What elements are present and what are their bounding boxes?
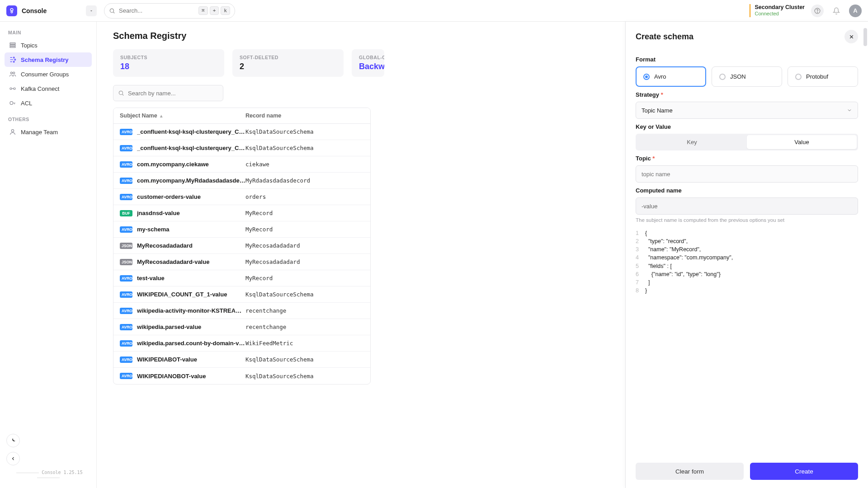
create-button[interactable]: Create xyxy=(750,463,858,480)
record-name: MyRecord xyxy=(245,210,364,216)
format-badge: AVRO xyxy=(120,308,132,314)
topic-label: Topic * xyxy=(636,155,858,162)
radio-dot-icon xyxy=(795,74,802,80)
table-row[interactable]: AVRO_confluent-ksql-ksql-clusterquery_CT… xyxy=(113,124,370,140)
format-badge: AVRO xyxy=(120,324,132,330)
subject-name: wikipedia.parsed.count-by-domain-value xyxy=(137,340,245,347)
notifications-button[interactable] xyxy=(830,5,843,17)
format-badge: AVRO xyxy=(120,291,132,298)
table-row[interactable]: AVROwikipedia.parsed-valuerecentchange xyxy=(113,319,370,335)
record-name: KsqlDataSourceSchema xyxy=(245,356,364,363)
table-row[interactable]: AVROwikipedia-activity-monitor-KSTREAM-A… xyxy=(113,303,370,319)
format-badge: AVRO xyxy=(120,226,132,233)
subject-name: test-value xyxy=(137,275,165,282)
record-name: KsqlDataSourceSchema xyxy=(245,145,364,151)
stat-compatibility: GLOBAL-COMPATIBILITY Backward xyxy=(352,49,384,77)
table-row[interactable]: BUFjnasdnsd-valueMyRecord xyxy=(113,205,370,221)
svg-point-8 xyxy=(13,61,14,62)
subject-name: wikipedia.parsed-value xyxy=(137,324,201,330)
sidebar-item-label: Topics xyxy=(21,42,38,49)
sort-asc-icon: ▲ xyxy=(159,113,164,118)
global-search-input[interactable] xyxy=(119,7,195,14)
record-name: KsqlDataSourceSchema xyxy=(245,373,364,380)
format-badge: AVRO xyxy=(120,340,132,347)
cluster-indicator[interactable]: Secondary Cluster Connected xyxy=(750,4,805,17)
bell-icon xyxy=(833,7,840,14)
sidebar-item-schema-registry[interactable]: Schema Registry xyxy=(5,52,92,67)
clear-form-button[interactable]: Clear form xyxy=(636,463,744,480)
cluster-status: Connected xyxy=(755,11,805,17)
svg-rect-5 xyxy=(10,47,15,48)
search-icon xyxy=(109,8,115,14)
format-option-json[interactable]: JSON xyxy=(712,66,782,87)
table-row[interactable]: AVROwikipedia.parsed.count-by-domain-val… xyxy=(113,335,370,352)
acl-icon xyxy=(9,99,16,107)
topics-icon xyxy=(9,42,16,49)
table-row[interactable]: JSONMyRecosadadadard-valueMyRecosadadada… xyxy=(113,254,370,270)
table-row[interactable]: AVROcom.mycompany.MyRdadasdadasdecordMyR… xyxy=(113,173,370,189)
seg-value[interactable]: Value xyxy=(747,135,857,149)
table-row[interactable]: AVROcom.mycompany.ciekaweciekawe xyxy=(113,156,370,173)
cluster-dropdown-toggle[interactable] xyxy=(86,5,97,16)
record-name: WikiFeedMetric xyxy=(245,340,364,347)
format-badge: AVRO xyxy=(120,373,132,379)
col-record-name[interactable]: Record name xyxy=(245,113,364,119)
topic-input[interactable] xyxy=(636,165,858,183)
stat-subjects: SUBJECTS 18 xyxy=(113,49,224,77)
sidebar-item-kafka-connect[interactable]: Kafka Connect xyxy=(5,81,92,96)
seg-key[interactable]: Key xyxy=(637,135,747,149)
sidebar-item-label: Kafka Connect xyxy=(21,85,59,92)
table-row[interactable]: AVROcustomer-orders-valueorders xyxy=(113,189,370,205)
logo-block[interactable]: Console xyxy=(6,5,47,16)
keyvalue-segmented: Key Value xyxy=(636,134,858,150)
create-schema-panel: Create schema Format Avro JSON Protobuf … xyxy=(625,22,868,488)
moon-icon xyxy=(10,437,16,444)
table-search[interactable] xyxy=(113,85,223,101)
subject-name: _confluent-ksql-ksql-clusterquery_CTAS_.… xyxy=(137,128,245,135)
subject-name: _confluent-ksql-ksql-clusterquery_CTAS_.… xyxy=(137,145,245,151)
app-name: Console xyxy=(22,7,47,14)
radio-dot-icon xyxy=(719,74,726,80)
sidebar-item-label: Schema Registry xyxy=(21,56,69,63)
svg-point-13 xyxy=(10,102,13,105)
global-search[interactable]: ⌘ + k xyxy=(104,3,235,19)
user-avatar[interactable]: A xyxy=(849,5,862,17)
table-search-input[interactable] xyxy=(128,90,218,97)
table-row[interactable]: JSONMyRecosadadadardMyRecosadadadard xyxy=(113,238,370,254)
sidebar-item-acl[interactable]: ACL xyxy=(5,96,92,110)
close-panel-button[interactable] xyxy=(844,30,858,43)
table-row[interactable]: AVROWIKIPEDIANOBOT-valueKsqlDataSourceSc… xyxy=(113,368,370,384)
format-option-avro[interactable]: Avro xyxy=(636,66,706,87)
svg-point-6 xyxy=(13,57,14,58)
sidebar-item-consumer-groups[interactable]: Consumer Groups xyxy=(5,67,92,81)
table-row[interactable]: AVROWIKIPEDIABOT-valueKsqlDataSourceSche… xyxy=(113,352,370,368)
theme-toggle[interactable] xyxy=(6,434,20,447)
schema-code-editor[interactable]: 12345678 { "type": "record", "name": "My… xyxy=(636,229,858,295)
table-header: Subject Name ▲ Record name xyxy=(113,108,370,124)
format-badge: AVRO xyxy=(120,275,132,282)
table-row[interactable]: AVROmy-schemaMyRecord xyxy=(113,221,370,238)
record-name: recentchange xyxy=(245,324,364,330)
panel-title: Create schema xyxy=(636,32,693,42)
groups-icon xyxy=(9,70,16,78)
col-subject-name[interactable]: Subject Name ▲ xyxy=(120,113,245,119)
computed-name-box: -value xyxy=(636,197,858,215)
stat-soft-deleted: SOFT-DELETED 2 xyxy=(232,49,344,77)
format-badge: JSON xyxy=(120,243,132,249)
table-row[interactable]: AVROWIKIPEDIA_COUNT_GT_1-valueKsqlDataSo… xyxy=(113,286,370,303)
table-row[interactable]: AVROtest-valueMyRecord xyxy=(113,270,370,286)
record-name: MyRecord xyxy=(245,226,364,233)
table-row[interactable]: AVRO_confluent-ksql-ksql-clusterquery_CT… xyxy=(113,140,370,156)
format-option-protobuf[interactable]: Protobuf xyxy=(788,66,858,87)
collapse-sidebar[interactable] xyxy=(6,452,20,465)
subject-name: com.mycompany.ciekawe xyxy=(137,161,209,168)
code-lines[interactable]: { "type": "record", "name": "MyRecord", … xyxy=(645,229,733,295)
strategy-select[interactable]: Topic Name xyxy=(636,102,858,119)
sidebar-item-topics[interactable]: Topics xyxy=(5,38,92,52)
panel-scrollbar[interactable] xyxy=(863,28,867,46)
code-gutter: 12345678 xyxy=(636,229,645,295)
svg-point-11 xyxy=(10,88,12,89)
sidebar-item-manage-team[interactable]: Manage Team xyxy=(5,125,92,139)
format-radio-group: Avro JSON Protobuf xyxy=(636,66,858,87)
help-button[interactable] xyxy=(811,5,824,17)
